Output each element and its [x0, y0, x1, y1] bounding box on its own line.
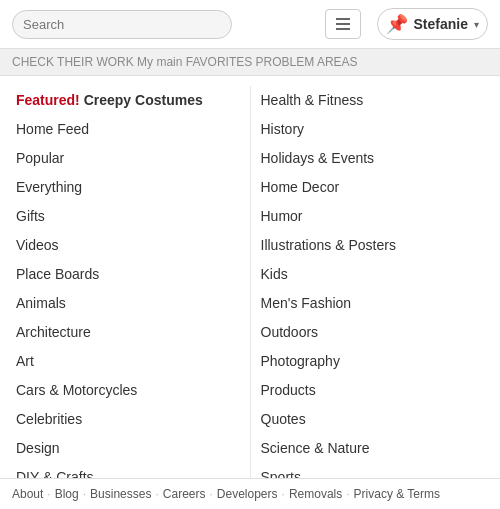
footer-link-about[interactable]: About — [12, 487, 43, 501]
footer-separator: · — [209, 487, 212, 501]
right-menu-item-holidays-events[interactable]: Holidays & Events — [261, 144, 485, 173]
right-menu-item-science-nature[interactable]: Science & Nature — [261, 434, 485, 463]
left-menu-item-design[interactable]: Design — [16, 434, 240, 463]
right-menu-item-home-decor[interactable]: Home Decor — [261, 173, 485, 202]
footer-link-privacy-terms[interactable]: Privacy & Terms — [354, 487, 440, 501]
right-column: Health & FitnessHistoryHolidays & Events… — [250, 86, 485, 509]
right-menu-item-outdoors[interactable]: Outdoors — [261, 318, 485, 347]
footer-separator: · — [155, 487, 158, 501]
left-menu-item-gifts[interactable]: Gifts — [16, 202, 240, 231]
right-menu-item-health-fitness[interactable]: Health & Fitness — [261, 86, 485, 115]
hamburger-icon — [336, 18, 350, 30]
left-menu-item-home-feed[interactable]: Home Feed — [16, 115, 240, 144]
right-menu-item-history[interactable]: History — [261, 115, 485, 144]
left-menu-item-architecture[interactable]: Architecture — [16, 318, 240, 347]
footer-link-careers[interactable]: Careers — [163, 487, 206, 501]
left-menu-item-place-boards[interactable]: Place Boards — [16, 260, 240, 289]
left-menu-item-everything[interactable]: Everything — [16, 173, 240, 202]
right-menu-item-mens-fashion[interactable]: Men's Fashion — [261, 289, 485, 318]
footer-separator: · — [83, 487, 86, 501]
left-menu-item-featured[interactable]: Featured! Creepy Costumes — [16, 86, 240, 115]
left-menu-item-animals[interactable]: Animals — [16, 289, 240, 318]
right-menu-item-photography[interactable]: Photography — [261, 347, 485, 376]
left-menu-item-popular[interactable]: Popular — [16, 144, 240, 173]
featured-label: Featured! — [16, 92, 80, 108]
footer-separator: · — [47, 487, 50, 501]
left-column: Featured! Creepy CostumesHome FeedPopula… — [16, 86, 250, 509]
left-menu-item-celebrities[interactable]: Celebrities — [16, 405, 240, 434]
search-area — [12, 10, 232, 39]
chevron-down-icon: ▾ — [474, 19, 479, 30]
top-bar: 📌 Stefanie ▾ — [0, 0, 500, 49]
right-menu-item-quotes[interactable]: Quotes — [261, 405, 485, 434]
username-label: Stefanie — [414, 16, 468, 32]
main-content: Featured! Creepy CostumesHome FeedPopula… — [0, 76, 500, 509]
footer-separator: · — [282, 487, 285, 501]
footer-separator: · — [346, 487, 349, 501]
right-menu-item-illustrations-posters[interactable]: Illustrations & Posters — [261, 231, 485, 260]
left-menu-item-cars-motorcycles[interactable]: Cars & Motorcycles — [16, 376, 240, 405]
left-menu-item-art[interactable]: Art — [16, 347, 240, 376]
right-menu-item-products[interactable]: Products — [261, 376, 485, 405]
user-button[interactable]: 📌 Stefanie ▾ — [377, 8, 488, 40]
search-input[interactable] — [12, 10, 232, 39]
footer-link-developers[interactable]: Developers — [217, 487, 278, 501]
menu-button[interactable] — [325, 9, 361, 39]
pinterest-icon: 📌 — [386, 13, 408, 35]
footer-link-removals[interactable]: Removals — [289, 487, 342, 501]
footer-link-businesses[interactable]: Businesses — [90, 487, 151, 501]
footer-link-blog[interactable]: Blog — [55, 487, 79, 501]
featured-suffix: Creepy Costumes — [80, 92, 203, 108]
footer: About · Blog · Businesses · Careers · De… — [0, 478, 500, 509]
left-menu-item-videos[interactable]: Videos — [16, 231, 240, 260]
right-menu-item-kids[interactable]: Kids — [261, 260, 485, 289]
sub-bar-text: CHECK THEIR WORK My main FAVORITES PROBL… — [12, 55, 358, 69]
right-menu-item-humor[interactable]: Humor — [261, 202, 485, 231]
sub-bar: CHECK THEIR WORK My main FAVORITES PROBL… — [0, 49, 500, 76]
